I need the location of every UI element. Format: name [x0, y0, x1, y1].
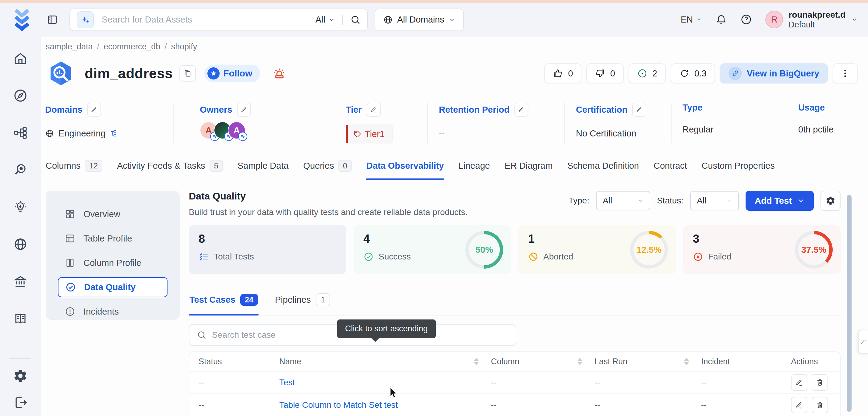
status-filter-select[interactable]: All	[690, 191, 739, 211]
nav-domains-icon[interactable]	[13, 237, 28, 252]
app-header: All All Domains EN R rounakpreet.d Defau…	[0, 3, 868, 36]
chevron-down-icon	[726, 198, 732, 204]
tab-test-cases[interactable]: Test Cases 24	[189, 288, 258, 315]
nav-glossary-icon[interactable]	[13, 311, 28, 326]
view-in-bigquery-button[interactable]: View in BigQuery	[720, 63, 828, 84]
domain-link[interactable]: Engineering	[59, 129, 106, 138]
breadcrumb-item[interactable]: shopify	[171, 42, 197, 52]
add-test-button[interactable]: Add Test	[746, 191, 814, 211]
test-case-link[interactable]: Test	[279, 378, 491, 387]
sidebar-item-data-quality[interactable]: Data Quality	[58, 277, 167, 297]
breadcrumb-item[interactable]: ecommerce_db	[103, 42, 160, 52]
pipeline-icon	[860, 338, 867, 345]
entity-tab[interactable]: Data Observability	[366, 154, 445, 180]
global-search[interactable]: All	[69, 8, 368, 31]
cell-incident: --	[701, 378, 791, 387]
search-icon[interactable]	[350, 14, 361, 25]
sort-icon[interactable]	[474, 358, 479, 365]
nav-explore-icon[interactable]	[13, 88, 28, 103]
table-row: -- Table Column to Match Set test -- -- …	[189, 394, 840, 416]
help-icon[interactable]	[740, 14, 752, 25]
test-case-link[interactable]: Table Column to Match Set test	[279, 400, 491, 410]
entity-tab[interactable]: Sample Data	[237, 154, 289, 180]
sidebar-item-table-profile[interactable]: Table Profile	[58, 228, 167, 249]
edit-domains-button[interactable]	[87, 103, 101, 117]
column-header-status: Status	[198, 357, 279, 366]
star-icon: ★	[208, 67, 220, 79]
announcement-siren-icon[interactable]	[272, 66, 286, 81]
scrollbar-thumb[interactable]	[847, 195, 851, 412]
entity-tab[interactable]: Schema Definition	[567, 154, 640, 180]
copy-name-button[interactable]	[179, 65, 196, 82]
delete-test-button[interactable]	[812, 397, 828, 413]
nav-home-icon[interactable]	[13, 51, 28, 66]
nav-lineage-icon[interactable]	[13, 125, 28, 140]
more-actions-button[interactable]	[833, 63, 858, 84]
edit-owners-button[interactable]	[237, 103, 251, 117]
breadcrumb: sample_data / ecommerce_db / shopify	[46, 42, 868, 52]
edit-test-button[interactable]	[791, 397, 807, 413]
notice-banner	[0, 0, 868, 3]
search-input[interactable]	[102, 14, 315, 25]
follow-button[interactable]: ★ Follow	[204, 65, 260, 82]
team-badge-icon	[238, 132, 247, 141]
upvote-button[interactable]: 0	[544, 63, 581, 84]
user-menu[interactable]: R rounakpreet.d Default	[765, 10, 858, 30]
all-domains-filter[interactable]: All Domains	[375, 8, 464, 31]
notifications-bell-icon[interactable]	[715, 14, 727, 25]
cell-column: --	[491, 401, 594, 410]
logout-icon[interactable]	[13, 395, 28, 410]
nav-govern-icon[interactable]	[13, 274, 28, 289]
sort-icon[interactable]	[578, 358, 582, 365]
sort-icon[interactable]	[684, 358, 689, 365]
success-check-icon	[363, 252, 374, 262]
sidebar-item-incidents[interactable]: Incidents	[58, 301, 167, 322]
entity-tab[interactable]: ER Diagram	[504, 154, 553, 180]
column-header-name[interactable]: Name	[279, 357, 491, 366]
score-button[interactable]: 0.3	[671, 63, 715, 84]
column-header-column[interactable]: Column	[491, 357, 594, 366]
edit-tier-button[interactable]	[367, 103, 381, 117]
tier-badge[interactable]: Tier1	[346, 125, 393, 143]
sidebar-item-overview[interactable]: Overview	[58, 204, 167, 224]
aborted-card: 1 Aborted 12.5%	[518, 225, 676, 275]
delete-test-button[interactable]	[812, 374, 828, 391]
edit-test-button[interactable]	[791, 374, 807, 391]
breadcrumb-item[interactable]: sample_data	[46, 42, 93, 52]
sidebar-toggle-icon[interactable]	[46, 14, 59, 26]
language-dropdown[interactable]: EN	[681, 14, 702, 25]
pencil-icon	[795, 379, 803, 386]
settings-gear-icon[interactable]	[13, 369, 28, 383]
entity-tab[interactable]: Lineage	[458, 154, 490, 180]
copy-icon	[183, 69, 192, 78]
owner-avatar[interactable]: A	[228, 122, 246, 139]
downvote-button[interactable]: 0	[586, 63, 623, 84]
tab-pipelines[interactable]: Pipelines 1	[274, 288, 331, 315]
sidebar-item-column-profile[interactable]: Column Profile	[58, 253, 167, 273]
app-logo[interactable]	[12, 8, 32, 32]
ai-sparkle-icon[interactable]	[77, 11, 94, 28]
entity-tab[interactable]: Activity Feeds & Tasks 5	[116, 154, 223, 180]
entity-tab[interactable]: Contract	[653, 154, 688, 180]
search-scope-dropdown[interactable]: All	[315, 14, 343, 25]
type-filter-select[interactable]: All	[596, 191, 650, 211]
entity-tab[interactable]: Queries 0	[303, 154, 352, 180]
aborted-donut: 12.5%	[630, 231, 668, 268]
inherited-link-icon	[110, 130, 117, 137]
collapse-panel-handle[interactable]	[858, 330, 868, 354]
test-settings-button[interactable]	[820, 191, 841, 211]
trash-icon	[816, 401, 824, 409]
aborted-slash-icon	[528, 252, 538, 262]
nav-observability-icon[interactable]	[13, 163, 28, 177]
nav-insights-icon[interactable]	[13, 200, 28, 214]
entity-tab[interactable]: Custom Properties	[701, 154, 775, 180]
column-header-last-run[interactable]: Last Run	[594, 357, 701, 366]
trash-icon	[816, 379, 824, 386]
refresh-icon	[679, 68, 689, 78]
edit-certification-button[interactable]	[632, 103, 646, 117]
edit-retention-button[interactable]	[515, 103, 528, 117]
watch-count-button[interactable]: 2	[629, 63, 666, 84]
user-avatar[interactable]: R	[765, 11, 783, 28]
meta-type: Type Regular	[671, 103, 787, 143]
entity-tab[interactable]: Columns 12	[45, 154, 103, 180]
